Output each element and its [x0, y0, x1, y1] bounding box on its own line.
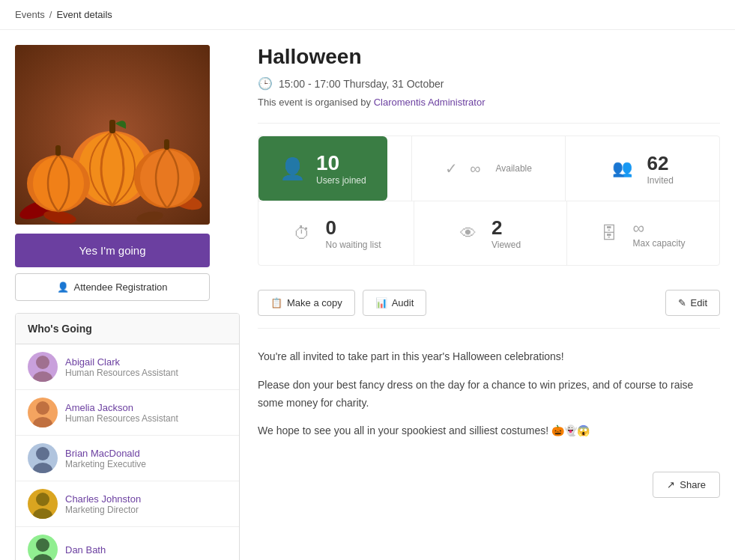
- whos-going-header: Who's Going: [16, 314, 239, 344]
- svg-point-23: [33, 554, 52, 560]
- clock-icon: 🕒: [258, 76, 273, 91]
- group-icon: 👥: [612, 159, 632, 178]
- divider-top: [258, 123, 720, 124]
- event-time-text: 15:00 - 17:00 Thursday, 31 October: [279, 78, 444, 90]
- svg-rect-13: [164, 139, 169, 150]
- available-label: Available: [495, 163, 531, 174]
- users-joined-number: 10: [316, 151, 366, 175]
- share-label: Share: [680, 479, 706, 490]
- stat-invited: 👥 62 Invited: [565, 136, 719, 201]
- copy-icon: 📋: [270, 297, 282, 308]
- stat-viewed: 👁 2 Viewed: [414, 201, 566, 265]
- svg-point-16: [36, 401, 49, 415]
- divider-mid: [258, 328, 720, 329]
- timer-icon: ⏱: [294, 224, 310, 243]
- audit-button[interactable]: 📊 Audit: [363, 290, 427, 316]
- attendee-role: Marketing Director: [65, 505, 141, 515]
- organiser-link[interactable]: Claromentis Administrator: [374, 97, 486, 108]
- yes-going-button[interactable]: Yes I'm going: [15, 234, 210, 267]
- attendee-name[interactable]: Charles Johnston: [65, 493, 141, 505]
- pencil-icon: ✎: [678, 297, 686, 308]
- organiser-prefix: This event is organised by: [258, 97, 371, 108]
- chart-icon: 📊: [375, 297, 387, 308]
- audit-label: Audit: [392, 297, 414, 308]
- svg-point-21: [33, 508, 52, 519]
- svg-point-22: [36, 538, 49, 552]
- make-copy-label: Make a copy: [287, 297, 342, 308]
- max-capacity-symbol: ∞: [632, 219, 685, 238]
- list-item: Amelia Jackson Human Resources Assistant: [16, 390, 239, 436]
- breadcrumb-events-link[interactable]: Events: [15, 9, 45, 20]
- stat-available: ✓ ∞ Available: [411, 136, 566, 201]
- right-panel: Halloween 🕒 15:00 - 17:00 Thursday, 31 O…: [258, 45, 720, 498]
- attendee-name[interactable]: Abigail Clark: [65, 356, 178, 368]
- checkmark-icon: ✓: [445, 159, 458, 177]
- barrel-icon: 🗄: [601, 224, 617, 243]
- event-description: You're all invited to take part in this …: [258, 341, 720, 458]
- attendee-registration-button[interactable]: 👤 Attendee Registration: [15, 273, 210, 301]
- attendee-role: Human Resources Assistant: [65, 368, 178, 378]
- description-para-1: You're all invited to take part in this …: [258, 348, 720, 366]
- stat-waiting-list: ⏱ 0 No waiting list: [258, 201, 414, 265]
- infinity-available-icon: ∞: [470, 160, 480, 177]
- share-button[interactable]: ↗ Share: [653, 472, 720, 498]
- users-joined-label: Users joined: [316, 175, 366, 186]
- avatar: [28, 489, 58, 519]
- avatar: [28, 443, 58, 473]
- attendee-name[interactable]: Dan Bath: [65, 544, 106, 556]
- users-icon: 👤: [279, 156, 306, 181]
- svg-point-9: [33, 156, 84, 210]
- invited-label: Invited: [647, 175, 674, 186]
- main-layout: Yes I'm going 👤 Attendee Registration Wh…: [0, 30, 735, 560]
- svg-point-14: [36, 356, 49, 369]
- avatar: [28, 398, 58, 427]
- action-row: 📋 Make a copy 📊 Audit ✎ Edit: [258, 278, 720, 328]
- left-panel: Yes I'm going 👤 Attendee Registration Wh…: [15, 45, 240, 560]
- avatar: [28, 352, 58, 382]
- viewed-number: 2: [491, 216, 521, 240]
- attendee-name[interactable]: Amelia Jackson: [65, 402, 178, 413]
- svg-rect-7: [109, 120, 115, 133]
- list-item: Dan Bath: [16, 527, 239, 560]
- avatar: [28, 535, 58, 560]
- list-item: Brian MacDonald Marketing Executive: [16, 436, 239, 481]
- svg-point-18: [36, 447, 49, 460]
- whos-going-section: Who's Going Abigail Clark Human Resource…: [15, 313, 240, 560]
- description-para-2: Please don your best fancy dress on the …: [258, 377, 720, 413]
- event-organiser: This event is organised by Claromentis A…: [258, 97, 720, 108]
- event-image: [15, 45, 210, 225]
- breadcrumb-separator: /: [49, 9, 52, 20]
- breadcrumb: Events / Event details: [0, 0, 735, 30]
- attendee-role: Human Resources Assistant: [65, 413, 178, 424]
- yes-going-label: Yes I'm going: [79, 244, 145, 257]
- svg-point-17: [33, 417, 52, 427]
- svg-point-20: [36, 493, 49, 506]
- stats-section: 👤 10 Users joined ✓ ∞ Available �: [258, 136, 720, 266]
- eye-icon: 👁: [460, 224, 477, 243]
- share-icon: ↗: [667, 479, 675, 490]
- event-time: 🕒 15:00 - 17:00 Thursday, 31 October: [258, 76, 720, 91]
- attendee-name[interactable]: Brian MacDonald: [65, 448, 146, 459]
- svg-rect-10: [55, 145, 61, 156]
- viewed-label: Viewed: [491, 240, 521, 250]
- invited-number: 62: [647, 152, 674, 175]
- list-item: Charles Johnston Marketing Director: [16, 481, 239, 527]
- edit-button[interactable]: ✎ Edit: [665, 290, 720, 316]
- person-add-icon: 👤: [57, 281, 69, 293]
- edit-label: Edit: [691, 297, 707, 308]
- svg-point-12: [140, 150, 194, 207]
- attendee-reg-label: Attendee Registration: [73, 281, 167, 293]
- description-para-3: We hope to see you all in your spookiest…: [258, 422, 720, 440]
- waiting-list-label: No waiting list: [325, 240, 381, 250]
- svg-point-19: [33, 463, 52, 473]
- waiting-list-number: 0: [325, 216, 381, 240]
- breadcrumb-current: Event details: [56, 9, 112, 20]
- make-copy-button[interactable]: 📋 Make a copy: [258, 290, 355, 316]
- list-item: Abigail Clark Human Resources Assistant: [16, 344, 239, 390]
- attendee-list: Abigail Clark Human Resources Assistant …: [16, 344, 239, 560]
- stat-users-joined: 👤 10 Users joined: [258, 136, 387, 201]
- stat-max-capacity: 🗄 ∞ Max capacity: [566, 201, 719, 265]
- attendee-role: Marketing Executive: [65, 459, 146, 469]
- max-capacity-label: Max capacity: [632, 238, 685, 249]
- svg-point-15: [33, 371, 52, 382]
